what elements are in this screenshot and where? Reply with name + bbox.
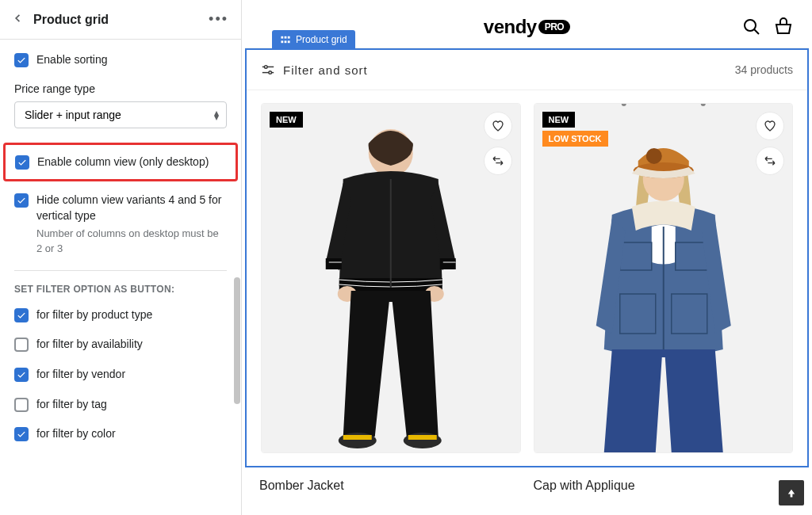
svg-rect-18: [440, 258, 456, 269]
filter-sort-trigger[interactable]: Filter and sort: [261, 63, 368, 77]
hide-column-variants-row[interactable]: Hide column view variants 4 and 5 for ve…: [14, 193, 227, 256]
enable-column-view-row[interactable]: Enable column view (only desktop): [15, 154, 226, 170]
sidebar-scrollbar[interactable]: [233, 158, 241, 515]
sidebar-title: Product grid: [33, 13, 109, 27]
checkbox-checked-icon: [14, 368, 29, 382]
hide-column-variants-label: Hide column view variants 4 and 5 for ve…: [36, 193, 227, 223]
svg-rect-1: [285, 36, 287, 39]
low-stock-badge: LOW STOCK: [542, 131, 608, 147]
svg-line-7: [754, 29, 759, 34]
filter-availability-row[interactable]: for filter by availability: [14, 337, 227, 353]
filter-product-type-row[interactable]: for filter by product type: [14, 307, 227, 323]
svg-point-10: [265, 66, 268, 69]
filter-bar: Filter and sort 34 products: [247, 50, 807, 90]
checkbox-checked-icon: [14, 53, 29, 67]
filter-sort-label: Filter and sort: [283, 63, 368, 77]
new-badge: NEW: [270, 112, 303, 128]
checkbox-unchecked-icon: [14, 338, 29, 352]
product-title[interactable]: Cap with Applique: [534, 467, 795, 504]
section-divider: [14, 270, 227, 271]
settings-sidebar: Product grid ••• Enable sorting Price ra…: [0, 0, 242, 515]
svg-rect-25: [408, 435, 437, 440]
highlighted-option: Enable column view (only desktop): [3, 143, 238, 182]
basket-icon[interactable]: [774, 17, 793, 36]
search-icon[interactable]: [742, 17, 761, 36]
store-logo[interactable]: vendy PRO: [484, 16, 570, 38]
block-tag-label: Product grid: [296, 34, 347, 45]
svg-point-6: [745, 20, 756, 31]
price-range-label: Price range type: [14, 82, 227, 95]
svg-rect-17: [326, 258, 342, 269]
enable-sorting-row[interactable]: Enable sorting: [14, 52, 227, 68]
filter-availability-label: for filter by availability: [36, 337, 143, 353]
filter-product-type-label: for filter by product type: [36, 307, 152, 323]
svg-rect-3: [281, 40, 283, 43]
compare-icon[interactable]: [756, 147, 784, 175]
filter-tag-label: for filter by tag: [36, 397, 107, 413]
svg-rect-2: [288, 36, 290, 39]
compare-icon[interactable]: [484, 147, 512, 175]
svg-rect-4: [285, 40, 287, 43]
svg-point-37: [700, 104, 705, 106]
product-count: 34 products: [735, 63, 793, 76]
filter-vendor-label: for filter by vendor: [36, 367, 125, 383]
svg-rect-0: [281, 36, 283, 39]
product-card[interactable]: NEW: [261, 103, 521, 453]
checkbox-checked-icon: [14, 308, 29, 322]
product-title[interactable]: Bomber Jacket: [259, 467, 521, 504]
preview-pane: Product grid vendy PRO Filter and sort 3…: [242, 0, 812, 515]
filter-tag-row[interactable]: for filter by tag: [14, 397, 227, 413]
svg-point-36: [621, 104, 626, 106]
product-image: NEW: [262, 104, 520, 452]
filter-color-row[interactable]: for filter by color: [14, 426, 227, 442]
product-grid: NEW: [247, 90, 807, 466]
checkbox-checked-icon: [15, 155, 29, 170]
hide-column-variants-sub: Number of columns on desktop must be 2 o…: [36, 227, 227, 255]
filter-vendor-row[interactable]: for filter by vendor: [14, 367, 227, 383]
svg-point-12: [269, 71, 272, 74]
checkbox-checked-icon: [14, 193, 29, 208]
svg-rect-24: [343, 435, 372, 440]
enable-sorting-label: Enable sorting: [36, 52, 108, 68]
selected-block-area[interactable]: Filter and sort 34 products NEW: [245, 48, 809, 467]
logo-pro-badge: PRO: [538, 20, 571, 34]
checkbox-checked-icon: [14, 427, 29, 441]
sliders-icon: [261, 63, 275, 77]
svg-point-30: [645, 148, 661, 164]
checkbox-unchecked-icon: [14, 398, 29, 412]
wishlist-icon[interactable]: [756, 112, 784, 140]
scroll-to-top-button[interactable]: [779, 480, 804, 505]
block-tag[interactable]: Product grid: [272, 30, 355, 49]
svg-rect-5: [288, 40, 290, 43]
arrow-up-icon: [786, 487, 797, 498]
product-image: NEW LOW STOCK: [534, 104, 793, 452]
back-chevron-icon[interactable]: [13, 11, 24, 28]
product-card[interactable]: NEW LOW STOCK: [534, 103, 794, 453]
filter-color-label: for filter by color: [36, 426, 116, 442]
enable-column-view-label: Enable column view (only desktop): [37, 154, 209, 170]
block-tag-icon: [280, 34, 291, 45]
price-range-select[interactable]: Slider + input range: [14, 101, 227, 128]
sidebar-header: Product grid •••: [0, 0, 241, 40]
filter-section-heading: SET FILTER OPTION AS BUTTON:: [14, 284, 227, 295]
new-badge: NEW: [542, 112, 576, 128]
wishlist-icon[interactable]: [484, 112, 512, 140]
more-actions-icon[interactable]: •••: [209, 11, 228, 28]
